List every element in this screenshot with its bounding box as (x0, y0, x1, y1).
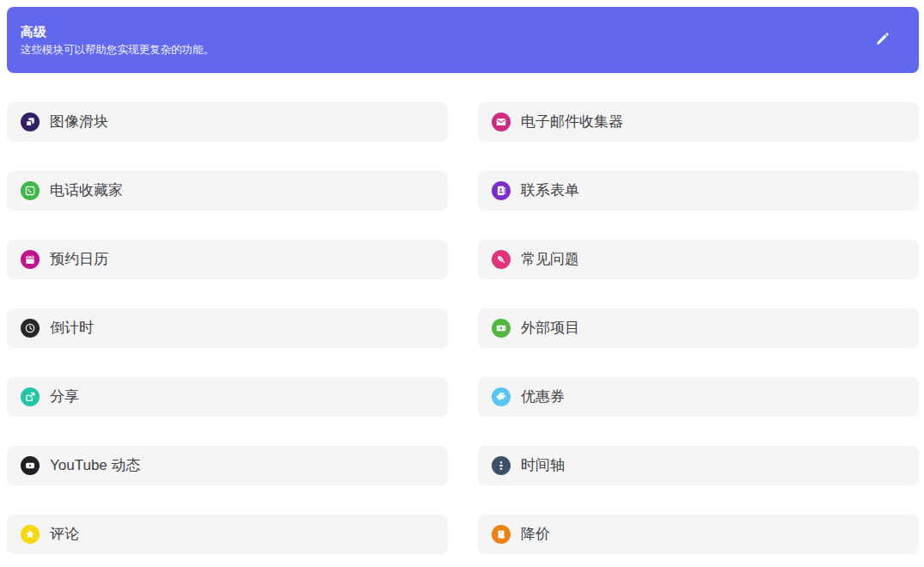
envelope-icon (492, 113, 511, 131)
module-label: 优惠券 (521, 389, 565, 405)
advanced-section-header: 高级 这些模块可以帮助您实现更复杂的功能。 (7, 7, 919, 73)
address-book-icon (492, 181, 511, 200)
modules-page: 高级 这些模块可以帮助您实现更复杂的功能。 图像滑块 电子邮件收集器 电话收藏家 (0, 0, 924, 554)
modules-grid: 图像滑块 电子邮件收集器 电话收藏家 联系表单 预约日历 常见问题 (7, 102, 919, 554)
module-label: 时间轴 (521, 458, 565, 473)
module-card[interactable]: 外部项目 (478, 308, 919, 348)
module-card[interactable]: 图像滑块 (7, 102, 448, 142)
module-label: 评论 (50, 527, 79, 542)
images-icon (21, 113, 40, 131)
module-card[interactable]: 时间轴 (478, 446, 919, 485)
clock-icon (21, 319, 40, 338)
module-card[interactable]: 分享 (7, 377, 448, 417)
module-card[interactable]: 电话收藏家 (7, 171, 448, 210)
module-label: 分享 (50, 389, 79, 405)
star-icon (21, 525, 40, 544)
module-label: 图像滑块 (50, 114, 108, 130)
module-label: 联系表单 (521, 183, 579, 198)
module-card[interactable]: 联系表单 (478, 171, 919, 210)
module-card[interactable]: 评论 (7, 515, 448, 554)
module-card[interactable]: 预约日历 (7, 240, 448, 279)
phone-square-icon (21, 181, 40, 200)
module-label: 降价 (521, 527, 550, 542)
share-icon (21, 387, 40, 406)
module-card[interactable]: 电子邮件收集器 (478, 102, 919, 142)
module-label: 预约日历 (50, 252, 108, 267)
youtube-icon (21, 456, 40, 475)
pencil-icon (874, 31, 890, 50)
edit-section-button[interactable] (871, 29, 893, 52)
tags-icon (492, 387, 511, 406)
module-label: 常见问题 (521, 252, 579, 267)
section-subtitle: 这些模块可以帮助您实现更复杂的功能。 (21, 44, 214, 57)
module-label: YouTube 动态 (50, 458, 141, 473)
money-bill-icon (492, 319, 511, 338)
module-card[interactable]: 降价 (478, 515, 919, 554)
module-label: 电话收藏家 (50, 183, 123, 198)
section-title: 高级 (21, 24, 214, 40)
header-text: 高级 这些模块可以帮助您实现更复杂的功能。 (21, 24, 214, 57)
calendar-icon (21, 250, 40, 269)
module-card[interactable]: 优惠券 (478, 377, 919, 417)
module-card[interactable]: YouTube 动态 (7, 446, 448, 485)
module-label: 倒计时 (50, 320, 94, 336)
timeline-icon (492, 456, 511, 475)
module-label: 电子邮件收集器 (521, 114, 623, 130)
feather-icon (492, 250, 511, 269)
module-card[interactable]: 常见问题 (478, 240, 919, 279)
module-label: 外部项目 (521, 320, 579, 336)
module-card[interactable]: 倒计时 (7, 308, 448, 348)
price-tag-icon (492, 525, 511, 544)
